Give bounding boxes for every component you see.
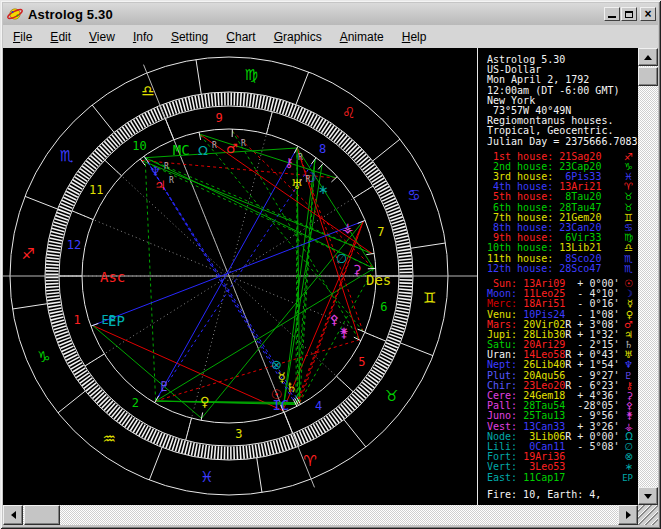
wheel-uranus-icon: ♅ [291,177,303,192]
svg-text:♍: ♍ [245,66,258,84]
wheel-vertex-icon: ∗ [318,182,329,197]
angle-label-ic: IC [272,397,289,413]
arrow-up-icon [644,55,652,60]
wheel-vesta-icon: ⚶ [342,220,353,235]
app-icon[interactable] [7,6,24,22]
svg-text:♓: ♓ [200,468,213,486]
svg-text:R: R [241,139,246,148]
minimize-icon [608,16,616,18]
svg-text:♒: ♒ [103,430,116,448]
svg-text:♑: ♑ [37,348,50,366]
astrolog-window: Astrolog 5.30 × FileEditViewInfoSettingC… [0,0,661,529]
wheel-mercury-icon: ☿ [278,370,286,385]
chart-info-header: Astrolog 5.30US-DollarMon April 2, 17921… [487,55,638,147]
svg-text:1: 1 [74,313,81,327]
arrow-right-icon [626,511,631,519]
wheel-node-icon: Ω [198,143,208,158]
menu-item-chart[interactable]: Chart [217,27,264,47]
planet-icon: ⚵ [626,411,633,421]
svg-text:8: 8 [319,142,326,156]
window-title: Astrolog 5.30 [28,7,603,22]
title-bar[interactable]: Astrolog 5.30 × [3,3,658,25]
sign-icon: ♉ [624,192,633,202]
menu-item-view[interactable]: View [80,27,124,47]
info-sidebar: Astrolog 5.30US-DollarMon April 2, 17921… [479,48,638,505]
east-point-icon: EP [622,473,633,483]
planet-icon: ☿ [627,299,633,309]
horizontal-scroll-thumb[interactable] [24,505,60,525]
svg-text:♋: ♋ [407,186,420,204]
menu-item-help[interactable]: Help [393,27,436,47]
chart-info-line: Julian Day = 2375666.7083 [487,137,638,147]
svg-text:7: 7 [377,225,384,239]
wheel-pluto-icon: ♇ [158,379,170,394]
minimize-button[interactable] [604,7,620,21]
svg-text:♊: ♊ [423,289,436,307]
svg-text:4: 4 [315,399,322,413]
maximize-button[interactable] [621,7,637,21]
svg-text:9: 9 [215,111,222,125]
element-tally: Fire: 10, Earth: 4, [487,489,638,500]
chart-wheel: ♈♉♊♋♌♍♎♏♐♑♒♓123456789101112☉☿⊗♄⚵⚴⚳∅⚶∗☽♅R… [3,48,477,505]
svg-text:2: 2 [132,396,139,410]
scroll-right-button[interactable] [618,505,638,525]
svg-text:6: 6 [380,300,387,314]
menu-item-setting[interactable]: Setting [162,27,217,47]
maximize-icon [625,11,633,18]
svg-text:♏: ♏ [60,147,74,165]
client-area: ♈♉♊♋♌♍♎♏♐♑♒♓123456789101112☉☿⊗♄⚵⚴⚳∅⚶∗☽♅R… [3,48,658,525]
angle-label-ep: EP [108,313,125,329]
wheel-pallas-icon: ⚴ [330,312,340,327]
horizontal-scrollbar[interactable] [3,505,638,525]
wheel-venus-icon: ♀ [200,394,210,409]
wheel-fortune-icon: ⊗ [271,357,282,372]
resize-grip[interactable] [638,505,658,525]
wheel-chiron-icon: ⚷ [284,155,294,170]
wheel-saturn-icon: ♄ [286,380,298,395]
wheel-mars-icon: ♂ [226,141,238,156]
angle-label-asc: Asc [100,269,125,285]
svg-text:11: 11 [89,183,103,197]
close-button[interactable]: × [640,7,656,21]
svg-text:R: R [306,175,311,184]
menu-item-file[interactable]: File [4,27,41,47]
panel-separator [477,48,478,505]
scroll-down-button[interactable] [638,487,658,505]
menu-item-graphics[interactable]: Graphics [265,27,331,47]
menu-item-edit[interactable]: Edit [41,27,80,47]
scroll-left-button[interactable] [3,505,23,525]
angle-label-des: Des [366,272,391,288]
svg-text:R: R [298,153,303,162]
svg-text:♎: ♎ [141,82,154,100]
planet-icon: ∗ [625,462,633,472]
svg-text:3: 3 [235,427,242,441]
planet-position-list: Sun: 13Ari09 + 0°00'☉Moon: 11Leo25 - 4°1… [487,279,638,483]
svg-text:R: R [212,141,217,150]
planet-icon: ♀ [626,310,633,320]
svg-text:12: 12 [67,238,81,252]
wheel-lilith-icon: ∅ [336,251,347,266]
svg-text:♌: ♌ [342,104,355,122]
svg-text:♈: ♈ [303,452,316,470]
svg-text:♐: ♐ [22,245,35,263]
planet-icon: ♆ [624,360,633,370]
sign-icon: ♎ [624,243,633,253]
svg-text:5: 5 [358,355,365,369]
menu-item-animate[interactable]: Animate [331,27,393,47]
svg-text:R: R [169,176,174,185]
arrow-left-icon [11,511,16,519]
svg-text:♉: ♉ [385,387,398,405]
angle-label-mc: MC [173,142,190,158]
menu-item-info[interactable]: Info [124,27,162,47]
wheel-ceres-icon: ⚳ [352,262,362,277]
wheel-jupiter-icon: ♃ [154,178,166,193]
close-icon: × [644,9,651,19]
house-cusp-list: 1st house: 21Sag20♐ 2nd house: 23Cap20♑ … [487,152,638,274]
vertical-scroll-thumb[interactable] [638,67,658,86]
vertical-scrollbar[interactable] [638,48,658,505]
scroll-up-button[interactable] [638,48,658,66]
house-row: 12th house: 28Sco47♏ [487,264,638,274]
planet-row: East: 11Cap17 EP [487,473,638,483]
svg-text:10: 10 [132,139,146,153]
menu-bar: FileEditViewInfoSettingChartGraphicsAnim… [3,25,658,48]
